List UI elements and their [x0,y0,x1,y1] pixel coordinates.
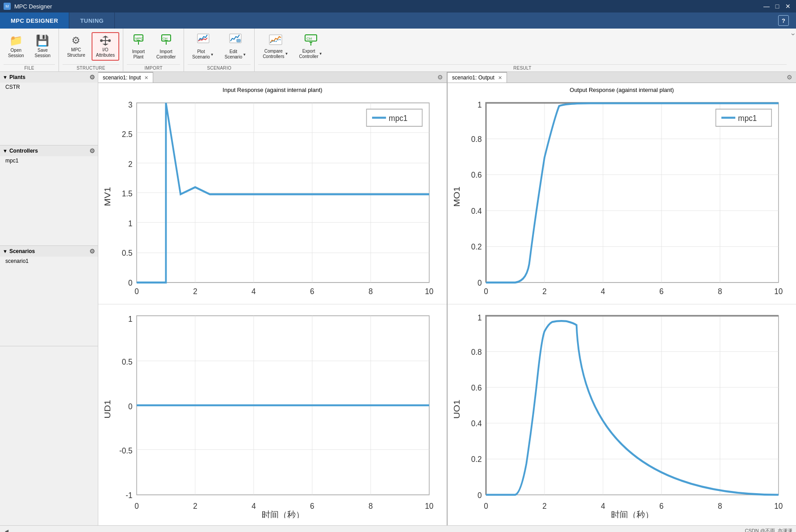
svg-text:1: 1 [128,315,133,324]
status-bar: ◄ CSDN @不雨_亦潇潇 [0,525,796,532]
tab-scenario1-output[interactable]: scenario1: Output ✕ [448,72,507,83]
svg-text:10: 10 [425,501,433,511]
svg-text:1: 1 [478,313,482,322]
minimize-button[interactable]: — [762,2,771,11]
output-panel-settings[interactable]: ⚙ [783,72,796,83]
mo1-subplot: Output Response (against internal plant) [448,83,796,304]
mpc-structure-button[interactable]: ⚙ MPC Structure [63,32,90,61]
export-controller-button[interactable]: Ctrl Export Controller ▼ [294,31,327,62]
svg-text:1: 1 [478,100,482,109]
svg-text:UD1: UD1 [103,400,112,419]
toolbar-group-import: MPC Import Plant Ctrl Import Cont [123,29,184,71]
tab-output-close[interactable]: ✕ [498,75,502,81]
svg-text:0.4: 0.4 [471,206,482,216]
sidebar-plants-label: Plants [9,74,25,80]
svg-text:10: 10 [425,286,433,296]
sidebar-scenarios-header[interactable]: ▼ Scenarios ⚙ [0,246,98,257]
svg-text:3: 3 [128,100,133,109]
sidebar-item-mpc1[interactable]: mpc1 [0,156,98,165]
svg-text:0: 0 [128,278,133,287]
svg-text:0.5: 0.5 [122,248,133,258]
sidebar-plants-header[interactable]: ▼ Plants ⚙ [0,72,98,83]
input-response-title: Input Response (against internal plant) [102,87,443,93]
controllers-settings-icon[interactable]: ⚙ [89,147,95,154]
io-attributes-icon [100,35,111,46]
title-bar: M MPC Designer — □ ✕ [0,0,796,12]
uo1-chart: 0 0.2 0.4 0.6 0.8 1 0 2 4 6 8 10 [451,308,792,518]
scroll-left-button[interactable]: ◄ [4,528,10,532]
tab-input-close[interactable]: ✕ [144,75,148,81]
svg-text:1.5: 1.5 [122,189,133,199]
app-title: MPC Designer [14,3,52,10]
scenarios-settings-icon[interactable]: ⚙ [89,248,95,255]
edit-scenario-button[interactable]: Edit Scenario ▼ [220,30,251,62]
svg-text:4: 4 [601,501,605,511]
save-session-button[interactable]: 💾 Save Session [30,32,55,61]
scenario-group-label: SCENARIO [188,64,251,71]
sidebar-item-cstr[interactable]: CSTR [0,83,98,91]
svg-text:0.2: 0.2 [471,455,482,464]
sidebar: ▼ Plants ⚙ CSTR ▼ Controllers ⚙ mpc1 [0,72,98,525]
plants-settings-icon[interactable]: ⚙ [89,74,95,81]
input-panel-settings[interactable]: ⚙ [434,72,447,83]
file-group-label: FILE [4,64,55,71]
close-button[interactable]: ✕ [783,2,792,11]
svg-text:0: 0 [478,278,482,287]
svg-text:4: 4 [251,501,256,511]
compare-controllers-button[interactable]: Compare Controllers ▼ [258,31,293,62]
svg-text:8: 8 [369,501,373,511]
svg-text:mpc1: mpc1 [738,113,757,123]
svg-text:0: 0 [484,501,488,511]
io-attributes-button[interactable]: I/O Attributes [92,32,119,61]
tab-tuning[interactable]: TUNING [69,12,115,29]
plot-scenario-icon [197,33,210,48]
import-controller-button[interactable]: Ctrl Import Controller [152,30,180,62]
tab-scenario1-input[interactable]: scenario1: Input ✕ [98,72,153,83]
collapse-toolbar-button[interactable]: › [789,33,796,35]
svg-text:4: 4 [251,286,256,296]
mv1-chart: 0 0.5 1 1.5 2 2.5 3 0 2 4 6 8 10 [102,95,443,298]
sidebar-section-scenarios: ▼ Scenarios ⚙ scenario1 [0,246,98,346]
mpc-structure-icon: ⚙ [71,35,80,46]
import-plant-icon: MPC [132,33,145,48]
output-panel: Output Response (against internal plant) [448,83,796,525]
mv1-subplot: Input Response (against internal plant) [98,83,447,304]
svg-text:0: 0 [128,402,133,411]
svg-text:2: 2 [128,159,133,169]
uo1-subplot: 0 0.2 0.4 0.6 0.8 1 0 2 4 6 8 10 [448,304,796,525]
svg-text:2: 2 [542,501,547,511]
svg-text:8: 8 [718,286,722,296]
import-plant-button[interactable]: MPC Import Plant [127,30,150,62]
structure-group-label: STRUCTURE [63,64,119,71]
plot-scenario-button[interactable]: Plot Scenario ▼ [188,30,218,62]
input-panel: Input Response (against internal plant) [98,83,448,525]
svg-text:1: 1 [128,218,133,228]
controllers-expand-icon: ▼ [3,148,8,154]
svg-text:0.6: 0.6 [471,383,482,392]
output-response-title: Output Response (against internal plant) [451,87,792,93]
help-button[interactable]: ? [778,15,789,26]
svg-text:2: 2 [193,286,197,296]
sidebar-item-scenario1[interactable]: scenario1 [0,257,98,266]
save-icon: 💾 [36,34,49,47]
svg-marker-2 [102,44,109,46]
svg-rect-98 [486,316,779,495]
svg-text:6: 6 [659,501,664,511]
export-arrow: ▼ [319,52,323,56]
svg-text:时间（秒）: 时间（秒） [611,510,653,518]
svg-text:0.4: 0.4 [471,419,482,428]
tab-mpc-designer[interactable]: MPC DESIGNER [0,12,69,29]
svg-text:MV1: MV1 [103,187,112,206]
compare-controllers-icon [268,34,283,48]
svg-text:UO1: UO1 [452,399,461,419]
toolbar-group-result: Compare Controllers ▼ Ctrl Export Contro… [255,29,790,71]
svg-text:0: 0 [484,286,488,296]
sidebar-controllers-header[interactable]: ▼ Controllers ⚙ [0,145,98,156]
import-controller-icon: Ctrl [160,33,172,48]
plot-scenario-arrow: ▼ [210,53,214,57]
open-session-button[interactable]: 📁 Open Session [4,32,29,61]
sidebar-section-controllers: ▼ Controllers ⚙ mpc1 [0,145,98,246]
svg-text:时间（秒）: 时间（秒） [262,510,304,518]
maximize-button[interactable]: □ [773,2,782,11]
plants-expand-icon: ▼ [3,75,8,80]
